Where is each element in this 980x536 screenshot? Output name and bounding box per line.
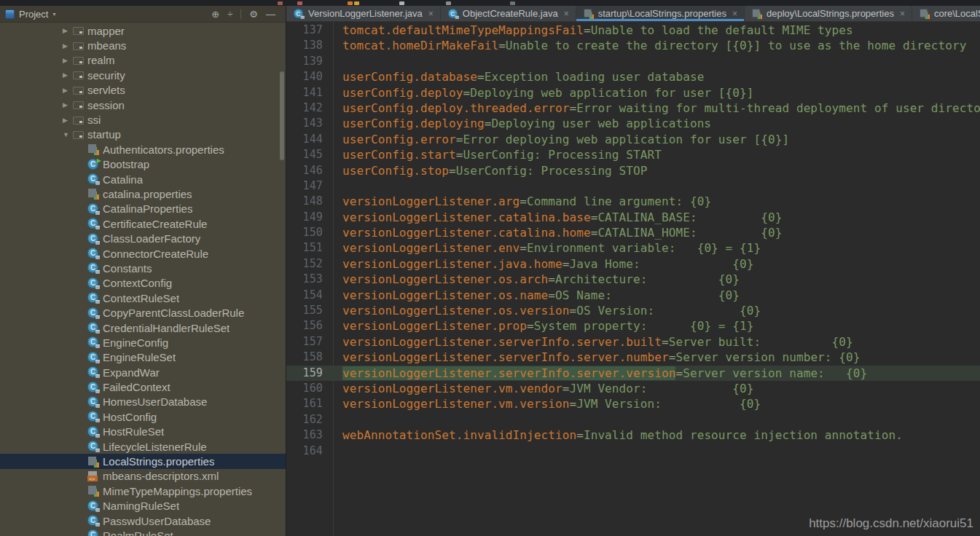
line-number[interactable]: 149 [286, 210, 323, 225]
locate-icon[interactable]: ⊕ [211, 9, 219, 19]
line-code[interactable] [323, 444, 980, 459]
tree-item-credentialhandlerruleset[interactable]: CredentialHandlerRuleSet [0, 320, 286, 335]
tree-item-realm[interactable]: ▶realm [0, 53, 286, 68]
editor-line-147[interactable]: 147 [286, 178, 980, 194]
line-number[interactable]: 146 [286, 163, 323, 178]
line-number[interactable]: 140 [286, 69, 323, 84]
line-code[interactable]: versionLoggerListener.java.home=Java Hom… [323, 256, 980, 272]
tree-item-expandwar[interactable]: ExpandWar [0, 365, 286, 379]
chevron-collapsed-icon[interactable]: ▶ [63, 57, 73, 64]
line-number[interactable]: 154 [286, 288, 323, 303]
collapse-all-icon[interactable]: ÷ [227, 9, 232, 19]
line-number[interactable]: 137 [286, 23, 323, 38]
chevron-down-icon[interactable]: ▾ [52, 11, 55, 17]
tree-item-ssi[interactable]: ▶ssi [0, 112, 286, 127]
line-number[interactable]: 142 [286, 100, 323, 116]
tree-item-constants[interactable]: Constants [0, 261, 286, 275]
line-number[interactable]: 161 [286, 396, 323, 411]
tab-objectcreaterule-java[interactable]: ObjectCreateRule.java× [441, 6, 576, 21]
editor-line-164[interactable]: 164 [286, 444, 980, 459]
chevron-collapsed-icon[interactable]: ▶ [63, 27, 73, 34]
line-number[interactable]: 150 [286, 225, 323, 240]
editor-line-137[interactable]: 137tomcat.defaultMimeTypeMappingsFail=Un… [286, 23, 980, 38]
editor-line-141[interactable]: 141userConfig.deploy=Deploying web appli… [286, 85, 980, 100]
tree-item-namingruleset[interactable]: NamingRuleSet [0, 499, 286, 513]
tree-item-hostconfig[interactable]: HostConfig [0, 409, 286, 424]
editor-line-138[interactable]: 138tomcat.homeDirMakeFail=Unable to crea… [286, 38, 980, 53]
tree-item-bootstrap[interactable]: Bootstrap [0, 157, 286, 172]
line-code[interactable]: userConfig.error=Error deploying web app… [323, 132, 980, 147]
tree-scrollbar[interactable] [280, 71, 284, 160]
editor-line-142[interactable]: 142userConfig.deploy.threaded.error=Erro… [286, 100, 980, 116]
line-number[interactable]: 143 [286, 116, 323, 131]
tree-item-realmruleset[interactable]: RealmRuleSet [0, 528, 286, 536]
tab-deploy-localstrings-properties[interactable]: deploy\LocalStrings.properties× [745, 6, 912, 21]
editor-line-159[interactable]: 159versionLoggerListener.serverInfo.serv… [286, 366, 980, 381]
editor-line-151[interactable]: 151versionLoggerListener.env=Environment… [286, 240, 980, 256]
chevron-expanded-icon[interactable]: ▼ [63, 131, 73, 138]
tab-core-localstrings-p[interactable]: core\LocalStrings.p [912, 6, 980, 21]
chevron-collapsed-icon[interactable]: ▶ [63, 42, 73, 50]
line-code[interactable]: tomcat.homeDirMakeFail=Unable to create … [323, 38, 980, 53]
line-code[interactable] [323, 54, 980, 69]
line-code[interactable]: versionLoggerListener.catalina.base=CATA… [323, 210, 980, 225]
tab-versionloggerlistener-java[interactable]: VersionLoggerListener.java× [286, 6, 441, 21]
line-number[interactable]: 138 [286, 38, 323, 53]
line-code[interactable]: versionLoggerListener.vm.version=JVM Ver… [323, 396, 980, 411]
line-number[interactable]: 148 [286, 194, 323, 209]
editor-line-160[interactable]: 160versionLoggerListener.vm.vendor=JVM V… [286, 381, 980, 396]
tree-item-contextconfig[interactable]: ContextConfig [0, 276, 286, 291]
hide-panel-icon[interactable]: — [266, 9, 275, 19]
line-number[interactable]: 147 [286, 178, 323, 194]
line-code[interactable]: versionLoggerListener.arg=Command line a… [323, 194, 980, 209]
editor-line-149[interactable]: 149versionLoggerListener.catalina.base=C… [286, 210, 980, 225]
line-code[interactable]: versionLoggerListener.os.name=OS Name: {… [323, 288, 980, 303]
close-icon[interactable]: × [900, 9, 905, 19]
line-number[interactable]: 153 [286, 272, 323, 287]
line-code[interactable]: versionLoggerListener.serverInfo.server.… [323, 334, 980, 350]
chevron-collapsed-icon[interactable]: ▶ [63, 71, 73, 79]
line-number[interactable]: 162 [286, 412, 323, 427]
editor-line-162[interactable]: 162 [286, 412, 980, 427]
tree-item-catalinaproperties[interactable]: CatalinaProperties [0, 202, 286, 216]
tree-item-catalina-properties[interactable]: catalina.properties [0, 186, 286, 201]
tree-item-session[interactable]: ▶session [0, 98, 286, 112]
line-number[interactable]: 158 [286, 350, 323, 365]
tree-item-connectorcreaterule[interactable]: ConnectorCreateRule [0, 246, 286, 261]
line-number[interactable]: 160 [286, 381, 323, 396]
line-code[interactable]: versionLoggerListener.env=Environment va… [323, 240, 980, 256]
tree-item-lifecyclelistenerrule[interactable]: LifecycleListenerRule [0, 439, 286, 454]
tree-item-hostruleset[interactable]: HostRuleSet [0, 425, 286, 439]
editor-line-157[interactable]: 157versionLoggerListener.serverInfo.serv… [286, 334, 980, 350]
line-code[interactable]: userConfig.start=UserConfig: Processing … [323, 147, 980, 162]
line-number[interactable]: 155 [286, 303, 323, 318]
line-code[interactable]: versionLoggerListener.serverInfo.server.… [323, 350, 980, 365]
editor-line-148[interactable]: 148versionLoggerListener.arg=Command lin… [286, 194, 980, 209]
line-code[interactable]: userConfig.deploying=Deploying user web … [323, 116, 980, 131]
line-code[interactable]: versionLoggerListener.serverInfo.server.… [323, 366, 980, 381]
close-icon[interactable]: × [732, 9, 737, 19]
editor-line-161[interactable]: 161versionLoggerListener.vm.version=JVM … [286, 396, 980, 411]
editor-line-163[interactable]: 163webAnnotationSet.invalidInjection=Inv… [286, 427, 980, 443]
line-code[interactable] [323, 412, 980, 427]
tree-item-security[interactable]: ▶security [0, 68, 286, 82]
tree-item-classloaderfactory[interactable]: ClassLoaderFactory [0, 231, 286, 245]
close-icon[interactable]: × [564, 9, 569, 19]
line-number[interactable]: 159 [286, 366, 323, 381]
tree-item-passwduserdatabase[interactable]: PasswdUserDatabase [0, 513, 286, 528]
editor-line-144[interactable]: 144userConfig.error=Error deploying web … [286, 132, 980, 147]
tree-item-failedcontext[interactable]: FailedContext [0, 379, 286, 394]
tree-item-mbeans-descriptors-xml[interactable]: mbeans-descriptors.xml [0, 469, 286, 484]
tree-item-copyparentclassloaderrule[interactable]: CopyParentClassLoaderRule [0, 305, 286, 320]
chevron-collapsed-icon[interactable]: ▶ [63, 101, 73, 109]
tree-item-servlets[interactable]: ▶servlets [0, 83, 286, 98]
editor-line-150[interactable]: 150versionLoggerListener.catalina.home=C… [286, 225, 980, 240]
chevron-collapsed-icon[interactable]: ▶ [63, 87, 73, 94]
editor-line-139[interactable]: 139 [286, 54, 980, 69]
editor-line-153[interactable]: 153versionLoggerListener.os.arch=Archite… [286, 272, 980, 287]
tree-item-contextruleset[interactable]: ContextRuleSet [0, 291, 286, 305]
editor-line-146[interactable]: 146userConfig.stop=UserConfig: Processin… [286, 163, 980, 178]
line-code[interactable]: versionLoggerListener.catalina.home=CATA… [323, 225, 980, 240]
line-number[interactable]: 151 [286, 240, 323, 256]
line-number[interactable]: 145 [286, 147, 323, 162]
